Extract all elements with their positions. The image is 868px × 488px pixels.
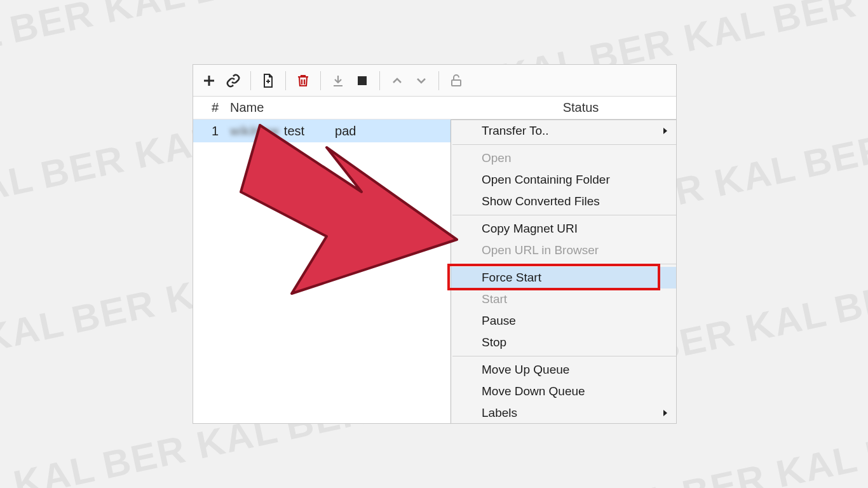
submenu-arrow-icon xyxy=(663,410,667,416)
download-button[interactable] xyxy=(326,69,350,93)
header-index[interactable]: # xyxy=(193,100,226,115)
menu-show-converted[interactable]: Show Converted Files xyxy=(451,191,677,212)
move-up-button[interactable] xyxy=(385,69,409,93)
row-index: 1 xyxy=(193,124,226,139)
toolbar xyxy=(193,65,676,97)
menu-transfer-to[interactable]: Transfer To.. xyxy=(451,120,677,142)
unlock-button[interactable] xyxy=(444,69,468,93)
add-link-button[interactable] xyxy=(221,69,245,93)
delete-button[interactable] xyxy=(291,69,315,93)
menu-force-start[interactable]: Force Start xyxy=(451,267,677,288)
menu-move-up[interactable]: Move Up Queue xyxy=(451,359,677,381)
menu-open-folder[interactable]: Open Containing Folder xyxy=(451,169,677,191)
svg-rect-0 xyxy=(358,76,367,85)
menu-open: Open xyxy=(451,147,677,169)
menu-start: Start xyxy=(451,288,677,310)
menu-move-down[interactable]: Move Down Queue xyxy=(451,381,677,402)
column-headers: # Name Status xyxy=(193,97,676,119)
menu-copy-magnet[interactable]: Copy Magnet URI xyxy=(451,218,677,240)
header-name[interactable]: Name xyxy=(226,100,485,115)
stop-button[interactable] xyxy=(350,69,374,93)
submenu-arrow-icon xyxy=(663,128,667,134)
menu-labels[interactable]: Labels xyxy=(451,402,677,424)
menu-open-url: Open URL in Browser xyxy=(451,240,677,261)
move-down-button[interactable] xyxy=(409,69,433,93)
header-status[interactable]: Status xyxy=(485,100,676,115)
add-button[interactable] xyxy=(197,69,221,93)
menu-pause[interactable]: Pause xyxy=(451,310,677,332)
svg-rect-1 xyxy=(452,80,461,86)
context-menu: Transfer To.. Open Open Containing Folde… xyxy=(451,119,677,424)
menu-stop[interactable]: Stop xyxy=(451,332,677,353)
new-file-button[interactable] xyxy=(256,69,280,93)
row-name: wikiHow test pad xyxy=(226,124,461,139)
app-window: # Name Status 1 wikiHow test pad Transfe… xyxy=(193,64,677,424)
